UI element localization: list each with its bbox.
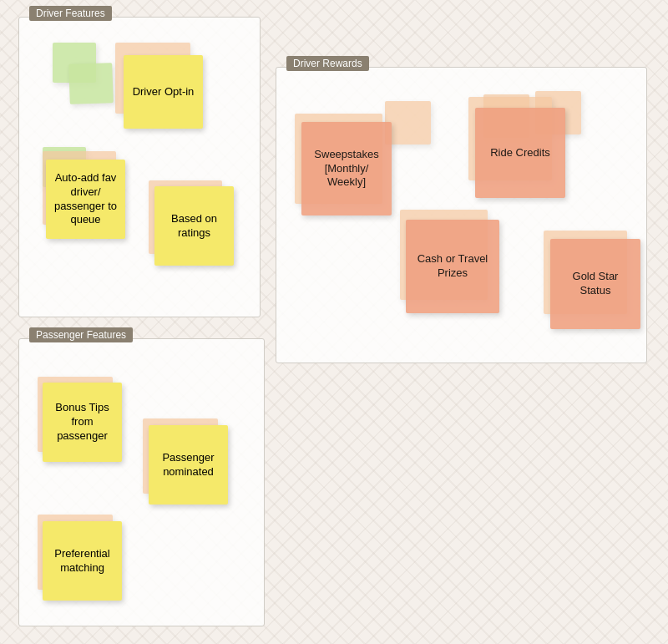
- passenger-nominated-note[interactable]: Passenger nominated: [149, 425, 228, 505]
- driver-features-title: Driver Features: [29, 6, 112, 21]
- preferential-matching-note[interactable]: Preferential matching: [43, 521, 122, 601]
- ride-credits-note[interactable]: Ride Credits: [475, 108, 565, 198]
- driver-optin-note[interactable]: Driver Opt-in: [124, 55, 203, 129]
- driver-rewards-title: Driver Rewards: [286, 56, 369, 71]
- based-on-ratings-note[interactable]: Based on ratings: [154, 186, 234, 266]
- gold-star-note[interactable]: Gold Star Status: [550, 239, 640, 329]
- driver-features-panel: Driver Features Driver Opt-in Auto-add f…: [18, 17, 261, 317]
- driver-rewards-panel: Driver Rewards Sweepstakes [Monthly/ Wee…: [276, 67, 647, 363]
- sweepstakes-note[interactable]: Sweepstakes [Monthly/ Weekly]: [301, 122, 392, 216]
- decorative-peach-note-1: [385, 101, 431, 145]
- passenger-features-title: Passenger Features: [29, 327, 133, 342]
- passenger-features-panel: Passenger Features Bonus Tips from passe…: [18, 338, 265, 626]
- decorative-green-note-2: [68, 63, 114, 104]
- auto-add-note[interactable]: Auto-add fav driver/ passenger to queue: [46, 160, 125, 239]
- cash-travel-note[interactable]: Cash or Travel Prizes: [406, 220, 499, 313]
- bonus-tips-note[interactable]: Bonus Tips from passenger: [43, 383, 122, 462]
